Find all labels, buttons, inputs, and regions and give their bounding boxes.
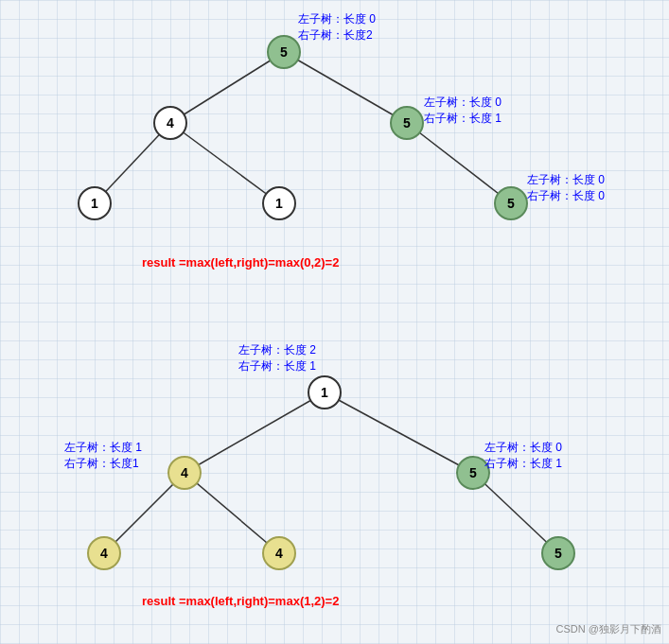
node-d1-left: 4 [153, 106, 187, 140]
label-d1-right: 左子树：长度 0右子树：长度 1 [424, 95, 502, 127]
svg-line-4 [407, 123, 511, 203]
node-d2-left: 4 [167, 456, 202, 490]
watermark: CSDN @独影月下酌酒 [556, 622, 661, 636]
svg-line-3 [170, 123, 279, 203]
node-d1-rr: 5 [494, 186, 528, 220]
svg-line-0 [170, 52, 284, 123]
node-d2-root: 1 [308, 375, 342, 409]
svg-line-8 [185, 473, 279, 553]
result-d2: result =max(left,right)=max(1,2)=2 [142, 594, 339, 608]
label-d1-root: 左子树：长度 0右子树：长度2 [298, 11, 376, 44]
node-d2-ll: 4 [87, 536, 121, 570]
node-d2-lm: 4 [262, 536, 296, 570]
svg-line-5 [185, 392, 325, 473]
label-d1-rr: 左子树：长度 0右子树：长度 0 [527, 172, 605, 204]
node-d1-ll: 1 [78, 186, 112, 220]
node-d1-right: 5 [390, 106, 424, 140]
svg-line-1 [284, 52, 407, 123]
result-d1: result =max(left,right)=max(0,2)=2 [142, 255, 339, 270]
svg-line-6 [325, 392, 473, 473]
label-d2-root: 左子树：长度 2右子树：长度 1 [238, 342, 316, 374]
label-d2-left: 左子树：长度 1右子树：长度1 [64, 440, 142, 472]
node-d2-rr: 5 [541, 536, 575, 570]
label-d2-right: 左子树：长度 0右子树：长度 1 [484, 440, 562, 472]
node-d1-lr: 1 [262, 186, 296, 220]
node-d1-root: 5 [267, 35, 301, 69]
